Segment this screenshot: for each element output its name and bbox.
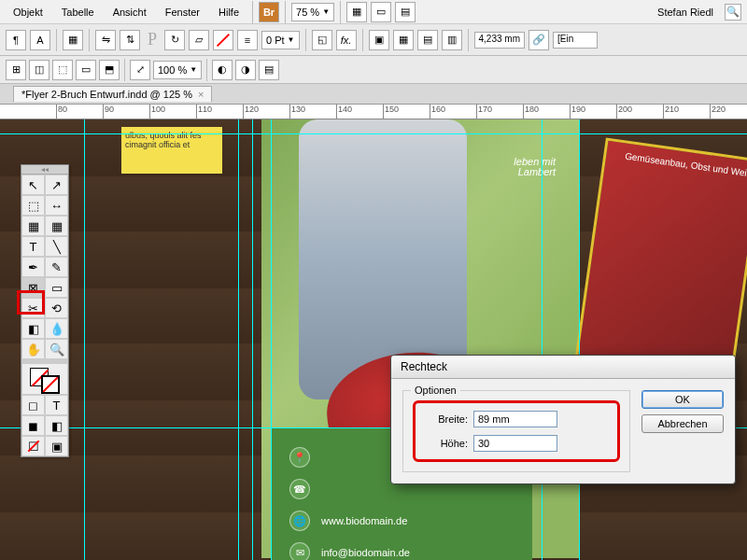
- transform-tool[interactable]: ⟲: [45, 298, 68, 318]
- selection-tool[interactable]: ↖: [21, 175, 45, 195]
- screen-mode-icon[interactable]: ▭: [371, 2, 391, 22]
- scale-field[interactable]: 100 %▼: [153, 61, 202, 79]
- para-icon[interactable]: ¶: [6, 30, 26, 50]
- menu-fenster[interactable]: Fenster: [158, 4, 207, 21]
- content-collector-tool[interactable]: ▦: [21, 216, 45, 236]
- wrap4-icon[interactable]: ▥: [442, 30, 462, 50]
- mail-icon: ✉: [289, 542, 310, 560]
- menu-tabelle[interactable]: Tabelle: [54, 4, 102, 21]
- document-tab-bar: *Flyer 2-Bruch Entwurf.indd @ 125 % ×: [0, 84, 747, 105]
- tool-e[interactable]: ⬒: [99, 60, 120, 80]
- opt-a[interactable]: ◐: [212, 60, 233, 80]
- formatting-text-icon[interactable]: T: [45, 395, 68, 415]
- width-field[interactable]: 4,233 mm: [474, 32, 525, 49]
- line-tool[interactable]: ╲: [45, 236, 68, 257]
- control-bar-1: ¶ A ▦ ⇋ ⇅ P ↻ ▱ ≡ 0 Pt▼ ◱ fx. ▣ ▦ ▤ ▥ 4,…: [0, 24, 747, 56]
- pen-tool[interactable]: ✒: [21, 257, 45, 277]
- tab-label: *Flyer 2-Bruch Entwurf.indd @ 125 %: [21, 89, 192, 100]
- direct-selection-tool[interactable]: ↗: [45, 175, 68, 195]
- workspace-canvas[interactable]: ulbus, quouls alit fes cimagnit officia …: [0, 119, 747, 560]
- gap-tool[interactable]: ↔: [45, 195, 68, 216]
- rectangle-dialog: Rechteck Optionen Breite: Höhe: OK Abbre…: [390, 355, 736, 484]
- apply-gradient-icon[interactable]: ◧: [45, 415, 68, 436]
- panel-grip[interactable]: ◂◂: [21, 165, 68, 175]
- ein-field[interactable]: [Ein: [553, 32, 598, 49]
- tool-c[interactable]: ⬚: [52, 60, 73, 80]
- width-label: Breite:: [421, 413, 468, 425]
- rotate-icon[interactable]: ↻: [164, 30, 185, 50]
- width-input[interactable]: [473, 411, 557, 427]
- flip-h-icon[interactable]: ⇋: [95, 30, 116, 50]
- type-tool[interactable]: T: [21, 236, 45, 257]
- shear-icon[interactable]: ▱: [189, 30, 209, 50]
- globe-icon: 🌐: [289, 511, 310, 531]
- contact-mail-row: ✉info@biodomain.de: [289, 537, 514, 560]
- tab-close-icon[interactable]: ×: [198, 89, 204, 100]
- tools-panel: ◂◂ ↖ ↗ ⬚ ↔ ▦ ▦ T ╲ ✒ ✎ ⊠ ▭ ✂ ⟲ ◧ 💧 ✋ 🔍 ◻…: [21, 164, 69, 457]
- p-icon: P: [144, 30, 161, 49]
- hand-tool[interactable]: ✋: [21, 339, 45, 359]
- fill-stroke-swatch[interactable]: [21, 363, 68, 395]
- arrange-icon[interactable]: ▤: [395, 2, 416, 22]
- menu-hilfe[interactable]: Hilfe: [211, 4, 247, 21]
- apply-color-icon[interactable]: ◼: [21, 415, 45, 436]
- corner-icon[interactable]: ◱: [312, 30, 332, 50]
- script-text: leben mit Lambert: [514, 157, 556, 177]
- content-placer-tool[interactable]: ▦: [45, 216, 68, 236]
- opt-c[interactable]: ▤: [259, 60, 279, 80]
- fx-icon[interactable]: fx.: [336, 30, 357, 50]
- flip-v-icon[interactable]: ⇅: [120, 30, 140, 50]
- ok-button[interactable]: OK: [641, 390, 724, 409]
- formatting-container-icon[interactable]: ◻: [21, 395, 45, 415]
- bridge-icon[interactable]: Br: [259, 2, 279, 22]
- wrap3-icon[interactable]: ▤: [417, 30, 438, 50]
- tool-d[interactable]: ▭: [76, 60, 96, 80]
- zoom-level[interactable]: 75 %▼: [291, 3, 334, 21]
- view-options-icon[interactable]: ▦: [346, 2, 367, 22]
- char-icon[interactable]: A: [30, 30, 50, 50]
- view-mode-icon[interactable]: ▣: [45, 436, 68, 456]
- stroke-field[interactable]: 0 Pt▼: [261, 31, 300, 49]
- wrap2-icon[interactable]: ▦: [393, 30, 414, 50]
- scale-icon[interactable]: ⤢: [130, 60, 150, 80]
- menu-ansicht[interactable]: Ansicht: [106, 4, 154, 21]
- search-icon[interactable]: 🔍: [725, 4, 741, 21]
- menu-bar: Objekt Tabelle Ansicht Fenster Hilfe Br …: [0, 0, 747, 24]
- zoom-tool[interactable]: 🔍: [45, 339, 68, 359]
- eyedropper-tool[interactable]: 💧: [45, 318, 68, 339]
- tutorial-highlight-fields: Breite: Höhe:: [413, 400, 620, 462]
- rectangle-tool[interactable]: ▭: [45, 277, 68, 298]
- wrap1-icon[interactable]: ▣: [369, 30, 389, 50]
- rectangle-frame-tool[interactable]: ⊠: [21, 277, 45, 298]
- apply-none-icon[interactable]: ☐: [21, 436, 45, 456]
- dialog-legend: Optionen: [411, 385, 460, 396]
- pin-icon: 📍: [289, 447, 310, 468]
- scissors-tool[interactable]: ✂: [21, 298, 45, 318]
- menu-objekt[interactable]: Objekt: [6, 4, 50, 21]
- link-icon[interactable]: 🔗: [529, 30, 549, 50]
- ref-point-icon[interactable]: ▦: [63, 30, 83, 50]
- opt-b[interactable]: ◑: [235, 60, 256, 80]
- control-bar-2: ⊞ ◫ ⬚ ▭ ⬒ ⤢ 100 %▼ ◐ ◑ ▤: [0, 56, 747, 84]
- tool-b[interactable]: ◫: [29, 60, 49, 80]
- height-label: Höhe:: [421, 438, 468, 449]
- cancel-button[interactable]: Abbrechen: [641, 414, 724, 433]
- horizontal-ruler: 80 90 100 110 120 130 140 150 160 170 18…: [0, 105, 747, 119]
- page-tool[interactable]: ⬚: [21, 195, 45, 216]
- stroke-weight-icon[interactable]: ≡: [237, 30, 258, 50]
- tool-a[interactable]: ⊞: [6, 60, 26, 80]
- document-tab[interactable]: *Flyer 2-Bruch Entwurf.indd @ 125 % ×: [13, 86, 212, 102]
- gradient-tool[interactable]: ◧: [21, 318, 45, 339]
- user-name: Stefan Riedl: [650, 7, 721, 18]
- pencil-tool[interactable]: ✎: [45, 257, 68, 277]
- stroke-none-icon[interactable]: [213, 30, 233, 50]
- height-input[interactable]: [473, 435, 557, 452]
- phone-icon: ☎: [289, 479, 310, 499]
- sticky-note: ulbus, quouls alit fes cimagnit officia …: [121, 127, 222, 174]
- contact-web-row: 🌐www.biodomain.de: [289, 505, 514, 537]
- dialog-title: Rechteck: [391, 356, 735, 379]
